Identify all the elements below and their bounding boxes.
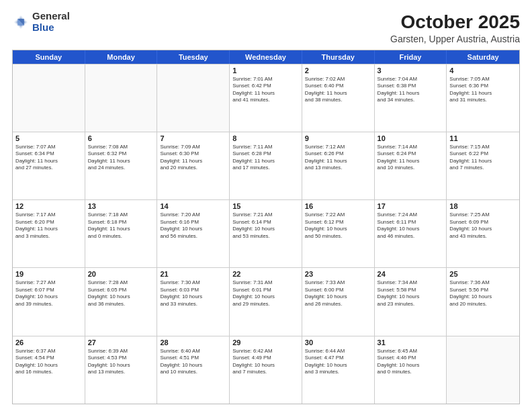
calendar-header-row: SundayMondayTuesdayWednesdayThursdayFrid… xyxy=(13,50,519,64)
cell-date-number: 18 xyxy=(449,202,517,210)
calendar-cell: 27Sunrise: 6:39 AM Sunset: 4:53 PM Dayli… xyxy=(85,336,158,404)
calendar-header-cell: Monday xyxy=(85,50,158,64)
calendar-cell: 5Sunrise: 7:07 AM Sunset: 6:34 PM Daylig… xyxy=(13,132,85,199)
cell-info-text: Sunrise: 7:09 AM Sunset: 6:30 PM Dayligh… xyxy=(160,144,226,172)
cell-date-number: 12 xyxy=(15,202,82,210)
calendar-cell: 9Sunrise: 7:12 AM Sunset: 6:26 PM Daylig… xyxy=(302,132,375,199)
cell-date-number: 10 xyxy=(378,134,444,142)
calendar-cell: 24Sunrise: 7:34 AM Sunset: 5:58 PM Dayli… xyxy=(375,268,447,335)
calendar-cell: 16Sunrise: 7:22 AM Sunset: 6:12 PM Dayli… xyxy=(302,200,375,267)
cell-info-text: Sunrise: 7:07 AM Sunset: 6:34 PM Dayligh… xyxy=(15,144,82,172)
calendar-cell xyxy=(13,64,85,132)
calendar-header-cell: Sunday xyxy=(13,50,85,64)
calendar-cell: 4Sunrise: 7:05 AM Sunset: 6:36 PM Daylig… xyxy=(447,64,519,132)
cell-date-number: 16 xyxy=(305,202,371,210)
logo-icon xyxy=(13,15,28,30)
cell-date-number: 31 xyxy=(378,338,444,347)
cell-info-text: Sunrise: 7:12 AM Sunset: 6:26 PM Dayligh… xyxy=(305,144,371,172)
calendar-cell: 13Sunrise: 7:18 AM Sunset: 6:18 PM Dayli… xyxy=(85,200,158,267)
calendar: SundayMondayTuesdayWednesdayThursdayFrid… xyxy=(12,50,520,404)
cell-date-number: 22 xyxy=(232,270,299,278)
calendar-cell: 30Sunrise: 6:44 AM Sunset: 4:47 PM Dayli… xyxy=(302,336,375,404)
cell-date-number: 15 xyxy=(232,202,299,210)
cell-info-text: Sunrise: 6:39 AM Sunset: 4:53 PM Dayligh… xyxy=(88,348,154,376)
cell-info-text: Sunrise: 6:44 AM Sunset: 4:47 PM Dayligh… xyxy=(305,348,371,376)
cell-info-text: Sunrise: 7:01 AM Sunset: 6:42 PM Dayligh… xyxy=(232,76,299,104)
calendar-cell: 12Sunrise: 7:17 AM Sunset: 6:20 PM Dayli… xyxy=(13,200,85,267)
cell-date-number: 11 xyxy=(449,134,517,142)
cell-date-number: 19 xyxy=(15,270,82,278)
cell-info-text: Sunrise: 7:14 AM Sunset: 6:24 PM Dayligh… xyxy=(378,144,444,172)
cell-info-text: Sunrise: 7:31 AM Sunset: 6:01 PM Dayligh… xyxy=(232,279,299,308)
calendar-header-cell: Thursday xyxy=(302,50,375,64)
calendar-cell: 10Sunrise: 7:14 AM Sunset: 6:24 PM Dayli… xyxy=(375,132,447,199)
cell-date-number: 25 xyxy=(449,270,517,278)
calendar-body: 1Sunrise: 7:01 AM Sunset: 6:42 PM Daylig… xyxy=(13,64,519,404)
calendar-cell: 22Sunrise: 7:31 AM Sunset: 6:01 PM Dayli… xyxy=(230,268,302,335)
calendar-cell: 19Sunrise: 7:27 AM Sunset: 6:07 PM Dayli… xyxy=(13,268,85,335)
logo-general: General xyxy=(32,11,70,22)
calendar-cell: 21Sunrise: 7:30 AM Sunset: 6:03 PM Dayli… xyxy=(157,268,230,335)
calendar-cell: 11Sunrise: 7:15 AM Sunset: 6:22 PM Dayli… xyxy=(447,132,519,199)
calendar-row: 19Sunrise: 7:27 AM Sunset: 6:07 PM Dayli… xyxy=(13,267,519,335)
calendar-header-cell: Friday xyxy=(375,50,447,64)
cell-date-number: 21 xyxy=(160,270,226,278)
calendar-cell: 26Sunrise: 6:37 AM Sunset: 4:54 PM Dayli… xyxy=(13,336,85,404)
cell-info-text: Sunrise: 6:37 AM Sunset: 4:54 PM Dayligh… xyxy=(15,348,82,376)
cell-date-number: 27 xyxy=(88,338,154,347)
cell-info-text: Sunrise: 7:21 AM Sunset: 6:14 PM Dayligh… xyxy=(232,212,299,240)
calendar-header-cell: Saturday xyxy=(447,50,519,64)
calendar-cell: 25Sunrise: 7:36 AM Sunset: 5:56 PM Dayli… xyxy=(447,268,519,335)
title-block: October 2025 Garsten, Upper Austria, Aus… xyxy=(390,11,520,44)
calendar-cell xyxy=(157,64,230,132)
cell-date-number: 2 xyxy=(305,66,371,75)
calendar-cell: 31Sunrise: 6:45 AM Sunset: 4:46 PM Dayli… xyxy=(375,336,447,404)
cell-date-number: 1 xyxy=(232,66,299,75)
page: General Blue October 2025 Garsten, Upper… xyxy=(0,0,532,411)
calendar-cell: 29Sunrise: 6:42 AM Sunset: 4:49 PM Dayli… xyxy=(230,336,302,404)
cell-info-text: Sunrise: 7:18 AM Sunset: 6:18 PM Dayligh… xyxy=(88,212,154,240)
cell-date-number: 9 xyxy=(305,134,371,142)
cell-date-number: 6 xyxy=(88,134,154,142)
header: General Blue October 2025 Garsten, Upper… xyxy=(12,11,520,44)
cell-date-number: 20 xyxy=(88,270,154,278)
cell-info-text: Sunrise: 7:04 AM Sunset: 6:38 PM Dayligh… xyxy=(378,76,444,104)
calendar-cell: 8Sunrise: 7:11 AM Sunset: 6:28 PM Daylig… xyxy=(230,132,302,199)
calendar-row: 26Sunrise: 6:37 AM Sunset: 4:54 PM Dayli… xyxy=(13,336,519,404)
logo-text-block: General Blue xyxy=(32,11,70,33)
calendar-cell: 28Sunrise: 6:40 AM Sunset: 4:51 PM Dayli… xyxy=(157,336,230,404)
cell-date-number: 3 xyxy=(378,66,444,75)
cell-info-text: Sunrise: 7:33 AM Sunset: 6:00 PM Dayligh… xyxy=(305,279,371,308)
calendar-cell: 14Sunrise: 7:20 AM Sunset: 6:16 PM Dayli… xyxy=(157,200,230,267)
cell-info-text: Sunrise: 7:17 AM Sunset: 6:20 PM Dayligh… xyxy=(15,212,82,240)
calendar-cell: 20Sunrise: 7:28 AM Sunset: 6:05 PM Dayli… xyxy=(85,268,158,335)
cell-date-number: 23 xyxy=(305,270,371,278)
calendar-subtitle: Garsten, Upper Austria, Austria xyxy=(390,34,520,44)
calendar-cell: 23Sunrise: 7:33 AM Sunset: 6:00 PM Dayli… xyxy=(302,268,375,335)
calendar-title: October 2025 xyxy=(390,11,520,34)
cell-date-number: 7 xyxy=(160,134,226,142)
calendar-cell: 7Sunrise: 7:09 AM Sunset: 6:30 PM Daylig… xyxy=(157,132,230,199)
calendar-header-cell: Tuesday xyxy=(157,50,230,64)
calendar-row: 5Sunrise: 7:07 AM Sunset: 6:34 PM Daylig… xyxy=(13,132,519,199)
cell-info-text: Sunrise: 6:45 AM Sunset: 4:46 PM Dayligh… xyxy=(378,348,444,376)
calendar-cell: 1Sunrise: 7:01 AM Sunset: 6:42 PM Daylig… xyxy=(230,64,302,132)
cell-date-number: 5 xyxy=(15,134,82,142)
cell-info-text: Sunrise: 7:20 AM Sunset: 6:16 PM Dayligh… xyxy=(160,212,226,240)
cell-date-number: 13 xyxy=(88,202,154,210)
cell-info-text: Sunrise: 7:28 AM Sunset: 6:05 PM Dayligh… xyxy=(88,279,154,308)
cell-info-text: Sunrise: 6:40 AM Sunset: 4:51 PM Dayligh… xyxy=(160,348,226,376)
cell-date-number: 17 xyxy=(378,202,444,210)
cell-info-text: Sunrise: 7:11 AM Sunset: 6:28 PM Dayligh… xyxy=(232,144,299,172)
cell-info-text: Sunrise: 7:15 AM Sunset: 6:22 PM Dayligh… xyxy=(449,144,517,172)
calendar-row: 1Sunrise: 7:01 AM Sunset: 6:42 PM Daylig… xyxy=(13,64,519,132)
cell-date-number: 26 xyxy=(15,338,82,347)
cell-info-text: Sunrise: 6:42 AM Sunset: 4:49 PM Dayligh… xyxy=(232,348,299,376)
cell-date-number: 14 xyxy=(160,202,226,210)
calendar-header-cell: Wednesday xyxy=(230,50,302,64)
cell-info-text: Sunrise: 7:34 AM Sunset: 5:58 PM Dayligh… xyxy=(378,279,444,308)
cell-info-text: Sunrise: 7:25 AM Sunset: 6:09 PM Dayligh… xyxy=(449,212,517,240)
logo-blue: Blue xyxy=(32,22,70,34)
cell-date-number: 28 xyxy=(160,338,226,347)
calendar-cell: 15Sunrise: 7:21 AM Sunset: 6:14 PM Dayli… xyxy=(230,200,302,267)
